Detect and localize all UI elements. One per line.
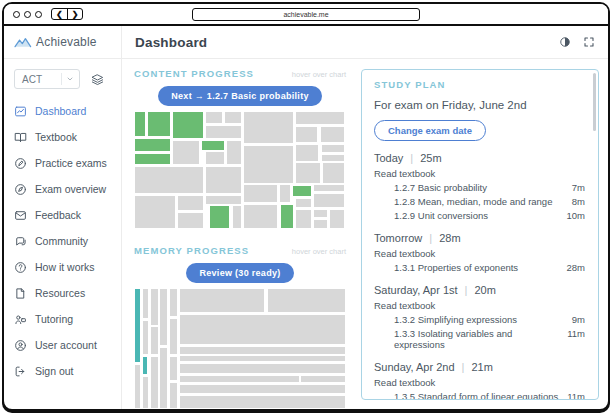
treemap-cell[interactable] — [295, 209, 312, 229]
treemap-cell[interactable] — [320, 126, 345, 144]
treemap-cell[interactable] — [169, 356, 178, 381]
treemap-cell[interactable] — [321, 154, 345, 162]
treemap-cell[interactable] — [243, 111, 294, 144]
treemap-cell[interactable] — [329, 209, 345, 229]
treemap-cell[interactable] — [134, 166, 204, 194]
treemap-cell[interactable] — [172, 140, 200, 165]
treemap-cell[interactable] — [295, 198, 312, 209]
treemap-cell[interactable] — [177, 212, 204, 229]
treemap-cell[interactable] — [280, 204, 294, 229]
dark-mode-icon[interactable] — [559, 36, 571, 48]
next-lesson-button[interactable]: Next → 1.2.7 Basic probability — [158, 86, 322, 106]
treemap-cell[interactable] — [134, 111, 146, 137]
treemap-cell[interactable] — [243, 204, 278, 229]
treemap-cell[interactable] — [142, 356, 149, 375]
treemap-cell[interactable] — [179, 375, 300, 383]
sidebar-item-tutoring[interactable]: Tutoring — [4, 306, 121, 332]
treemap-cell[interactable] — [295, 162, 320, 183]
treemap-cell[interactable] — [295, 144, 319, 162]
treemap-cell[interactable] — [322, 162, 345, 183]
treemap-cell[interactable] — [179, 384, 346, 395]
treemap-cell[interactable] — [267, 288, 347, 313]
treemap-cell[interactable] — [134, 288, 141, 363]
review-button[interactable]: Review (30 ready) — [186, 263, 293, 283]
treemap-cell[interactable] — [179, 355, 346, 362]
treemap-cell[interactable] — [205, 111, 223, 124]
treemap-cell[interactable] — [179, 314, 346, 345]
treemap-cell[interactable] — [201, 140, 225, 151]
treemap-cell[interactable] — [224, 111, 242, 124]
plan-item[interactable]: 1.3.1 Properties of exponents28m — [374, 259, 585, 273]
treemap-cell[interactable] — [205, 166, 242, 194]
treemap-cell[interactable] — [279, 184, 291, 203]
window-control-dot[interactable] — [35, 11, 42, 18]
brand-logo[interactable]: Achievable — [4, 26, 121, 59]
treemap-cell[interactable] — [169, 382, 178, 409]
treemap-cell[interactable] — [313, 193, 345, 208]
treemap-cell[interactable] — [177, 195, 204, 212]
sidebar-item-how-it-works[interactable]: How it works — [4, 254, 121, 280]
treemap-cell[interactable] — [209, 205, 230, 229]
treemap-cell[interactable] — [313, 219, 328, 229]
treemap-cell[interactable] — [232, 205, 243, 229]
window-control-dot[interactable] — [24, 11, 31, 18]
treemap-cell[interactable] — [205, 151, 225, 165]
treemap-cell[interactable] — [313, 209, 328, 218]
treemap-cell[interactable] — [313, 184, 345, 192]
treemap-cell[interactable] — [295, 111, 345, 125]
treemap-cell[interactable] — [134, 195, 176, 229]
treemap-cell[interactable] — [150, 288, 159, 326]
treemap-cell[interactable] — [159, 347, 167, 409]
sidebar-item-textbook[interactable]: Textbook — [4, 124, 121, 150]
treemap-cell[interactable] — [179, 363, 346, 374]
sidebar-item-sign-out[interactable]: Sign out — [4, 358, 121, 384]
plan-item[interactable]: 1.2.9 Unit conversions10m — [374, 207, 585, 221]
treemap-cell[interactable] — [134, 153, 171, 165]
treemap-cell[interactable] — [169, 318, 178, 356]
treemap-cell[interactable] — [134, 138, 171, 153]
sidebar-item-community[interactable]: Community — [4, 228, 121, 254]
treemap-cell[interactable] — [295, 126, 318, 144]
treemap-cell[interactable] — [142, 376, 149, 409]
browser-forward-button[interactable]: ❯ — [67, 9, 83, 19]
sidebar-item-resources[interactable]: Resources — [4, 280, 121, 306]
treemap-cell[interactable] — [179, 288, 265, 313]
treemap-cell[interactable] — [142, 320, 149, 355]
treemap-cell[interactable] — [150, 356, 159, 409]
scrollbar-thumb[interactable] — [593, 73, 596, 131]
treemap-cell[interactable] — [292, 185, 312, 197]
plan-item[interactable]: 1.3.3 Isolating variables and expression… — [374, 325, 585, 350]
treemap-cell[interactable] — [147, 111, 171, 137]
sidebar-item-dashboard[interactable]: Dashboard — [4, 98, 121, 124]
plan-item[interactable]: 1.3.2 Simplifying expressions9m — [374, 311, 585, 325]
sidebar-item-feedback[interactable]: Feedback — [4, 202, 121, 228]
plan-item[interactable]: 1.3.5 Standard form of linear equations1… — [374, 388, 585, 400]
treemap-cell[interactable] — [226, 140, 242, 165]
sidebar-item-user-account[interactable]: User account — [4, 332, 121, 358]
window-control-dot[interactable] — [13, 11, 20, 18]
treemap-cell[interactable] — [169, 288, 178, 317]
sidebar-item-practice-exams[interactable]: Practice exams — [4, 150, 121, 176]
course-select[interactable]: ACT — [14, 69, 80, 89]
layers-icon[interactable] — [91, 73, 104, 86]
sidebar-item-exam-overview[interactable]: Exam overview — [4, 176, 121, 202]
treemap-cell[interactable] — [300, 375, 346, 383]
fullscreen-icon[interactable] — [583, 36, 595, 48]
treemap-cell[interactable] — [321, 144, 345, 153]
change-exam-date-button[interactable]: Change exam date — [374, 120, 486, 141]
treemap-cell[interactable] — [243, 145, 294, 184]
browser-back-button[interactable]: ❮ — [52, 9, 67, 19]
treemap-cell[interactable] — [205, 195, 242, 205]
treemap-cell[interactable] — [134, 364, 141, 409]
treemap-cell[interactable] — [150, 326, 159, 355]
plan-item[interactable]: 1.2.7 Basic probability7m — [374, 179, 585, 193]
treemap-cell[interactable] — [172, 111, 204, 139]
treemap-cell[interactable] — [159, 288, 167, 346]
treemap-cell[interactable] — [179, 395, 346, 409]
treemap-cell[interactable] — [243, 184, 278, 203]
treemap-cell[interactable] — [179, 346, 346, 354]
treemap-cell[interactable] — [205, 125, 242, 140]
treemap-cell[interactable] — [142, 288, 149, 319]
browser-url-bar[interactable]: achievable.me — [192, 8, 420, 21]
plan-item[interactable]: 1.2.8 Mean, median, mode and range8m — [374, 193, 585, 207]
